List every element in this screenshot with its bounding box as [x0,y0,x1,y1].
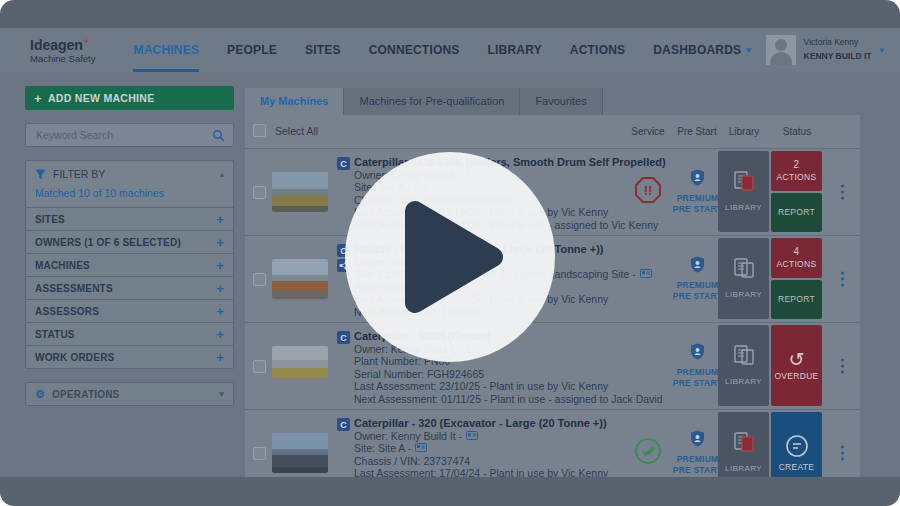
plus-icon: + [34,91,42,106]
user-info: Victoria Kenny KENNY BUILD IT [804,36,872,63]
detail-text: Serial Number: FGH924665 [354,368,484,380]
overdue-clock-icon: ↺ [788,350,804,369]
user-menu[interactable]: Victoria Kenny KENNY BUILD IT ▾ [766,35,884,65]
library-button-label: LIBRARY [725,377,762,386]
filter-section-owners[interactable]: OWNERS (1 OF 6 SELECTED)+ [26,230,233,253]
row-checkbox[interactable] [253,186,266,199]
machine-title[interactable]: Caterpillar - 320 (Excavator - Large (20… [354,417,647,430]
tab-favourites[interactable]: Favourites [520,88,602,115]
actions-button[interactable]: 4ACTIONS [771,238,822,278]
tab-machines-pre-qualification[interactable]: Machines for Pre-qualification [344,88,520,115]
select-all-label: Select All [275,125,318,137]
tab-my-machines[interactable]: My Machines [245,88,344,115]
search-icon[interactable] [212,129,225,142]
status-column: CREATE [771,412,822,477]
service-ok-icon [634,437,662,469]
status-button-label: REPORT [778,207,815,217]
user-org: KENNY BUILD IT [804,50,872,64]
play-icon [345,152,555,362]
filter-section-label: STATUS [35,329,75,340]
filter-section-status[interactable]: STATUS+ [26,322,233,345]
row-menu-button[interactable] [837,355,848,378]
filter-by-label: FILTER BY [53,168,105,180]
create-report-icon [785,434,809,460]
expand-plus-icon: + [216,327,224,342]
column-header-service: Service [631,126,664,137]
nav-actions[interactable]: ACTIONS [570,28,625,72]
machine-thumbnail [272,172,328,212]
pre-start-label: PREMIUMPRE START [673,280,722,302]
filter-panel: FILTER BY ▴ Matched 10 of 10 machines SI… [25,160,234,369]
filter-section-work[interactable]: WORK ORDERS+ [26,345,233,368]
category-badge: C [337,418,350,431]
sidebar: + ADD NEW MACHINE FILTER BY ▴ Matched 10… [25,86,234,406]
list-header: Select All Service Pre Start Library Sta… [245,115,860,148]
machine-thumbnail [272,433,328,473]
nav-connections[interactable]: CONNECTIONS [369,28,460,72]
status-count: 4 [794,246,800,257]
detail-text: Owner: Kenny Build It - [354,430,462,442]
library-button[interactable]: LIBRARY [718,412,769,477]
shield-icon [690,430,705,451]
machine-detail-line: Owner: Kenny Build It - [354,430,647,442]
machine-detail-line: Next Assessment: 01/11/25 - Plant in use… [354,393,647,405]
filter-section-machines[interactable]: MACHINES+ [26,253,233,276]
machine-thumbnail [272,346,328,386]
actions-button[interactable]: 2ACTIONS [771,151,822,191]
nav-sites[interactable]: SITES [305,28,341,72]
brand-name: Ideagen [30,37,83,53]
machine-detail-line: Chassis / VIN: 23737474 [354,455,647,467]
expand-plus-icon: + [216,304,224,319]
brand-spark-icon: ✦ [83,37,90,46]
svg-text:!!: !! [644,183,653,198]
brand-subtitle: Machine Safety [30,54,95,64]
status-button-label: ACTIONS [777,172,817,182]
keyword-search [25,123,234,147]
report-button[interactable]: REPORT [771,193,822,233]
row-checkbox[interactable] [253,273,266,286]
filter-sections: SITES+OWNERS (1 OF 6 SELECTED)+MACHINES+… [26,207,233,368]
nav-people[interactable]: PEOPLE [227,28,277,72]
library-button[interactable]: LIBRARY [718,325,769,406]
filter-icon [35,169,46,180]
keyword-search-input[interactable] [34,128,206,142]
detail-text: Last Assessment: 23/10/25 - Plant in use… [354,380,608,392]
filter-section-label: MACHINES [35,260,90,271]
overdue-button[interactable]: ↺OVERDUE [771,325,822,406]
filter-section-assessments[interactable]: ASSESSMENTS+ [26,276,233,299]
documents-icon [732,171,756,197]
operations-button[interactable]: ⚙ OPERATIONS ▾ [25,382,234,406]
nav-machines[interactable]: MACHINES [133,28,199,72]
report-button[interactable]: REPORT [771,280,822,320]
library-button-label: LIBRARY [725,464,762,473]
machine-detail-line: Serial Number: FGH924665 [354,368,647,380]
select-all-checkbox[interactable] [253,124,266,137]
nav-library[interactable]: LIBRARY [488,28,542,72]
filter-section-label: WORK ORDERS [35,352,114,363]
library-button[interactable]: LIBRARY [718,238,769,319]
add-new-machine-button[interactable]: + ADD NEW MACHINE [25,86,234,110]
filter-section-label: SITES [35,214,65,225]
nav-dashboards[interactable]: DASHBOARDS▾ [653,28,751,72]
filter-section-sites[interactable]: SITES+ [26,207,233,230]
expand-plus-icon: + [216,350,224,365]
id-card-icon [415,442,427,454]
add-new-machine-label: ADD NEW MACHINE [48,92,155,104]
video-player[interactable]: Ideagen✦ Machine Safety MACHINES PEOPLE … [0,0,900,506]
filter-section-assessors[interactable]: ASSESSORS+ [26,299,233,322]
machine-badges: C [337,418,350,431]
shield-icon [690,169,705,190]
play-button[interactable] [345,152,555,362]
row-menu-button[interactable] [837,181,848,204]
library-button[interactable]: LIBRARY [718,151,769,232]
machine-thumbnail [272,259,328,299]
chevron-down-icon: ▾ [879,45,884,55]
filter-by-header[interactable]: FILTER BY ▴ [26,161,233,187]
create-button[interactable]: CREATE [771,412,822,477]
pre-start-label: PREMIUMPRE START [673,193,722,215]
row-checkbox[interactable] [253,447,266,460]
row-menu-button[interactable] [837,442,848,465]
row-menu-button[interactable] [837,268,848,291]
row-checkbox[interactable] [253,360,266,373]
main-nav: MACHINES PEOPLE SITES CONNECTIONS LIBRAR… [133,28,751,72]
